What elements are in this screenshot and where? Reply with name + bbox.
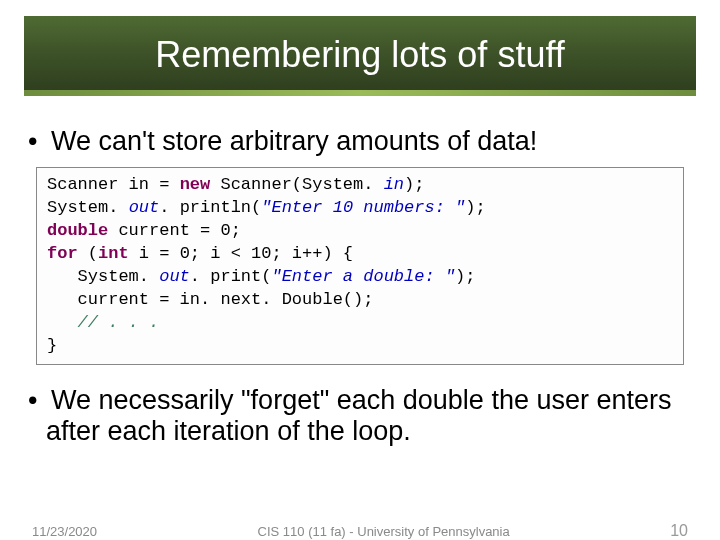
code-text: System. [47,267,159,286]
code-keyword: for [47,244,78,263]
footer-page-number: 10 [670,522,688,540]
code-text: Scanner(System. [210,175,383,194]
slide-title: Remembering lots of stuff [24,16,696,90]
code-text: ); [465,198,485,217]
code-text: current = 0; [108,221,241,240]
code-text: . println( [159,198,261,217]
code-text: ( [78,244,98,263]
code-field: out [159,267,190,286]
code-string: "Enter 10 numbers: " [261,198,465,217]
slide-body: We can't store arbitrary amounts of data… [0,98,720,447]
bullet-2: We necessarily "forget" each double the … [46,385,684,447]
code-text: } [47,336,57,355]
footer-date: 11/23/2020 [32,524,97,539]
code-comment: // . . . [47,313,159,332]
code-text: . print( [190,267,272,286]
code-field: in [384,175,404,194]
code-string: "Enter a double: " [271,267,455,286]
bullet-1: We can't store arbitrary amounts of data… [46,126,684,157]
code-text: ); [455,267,475,286]
code-keyword: double [47,221,108,240]
slide-footer: 11/23/2020 CIS 110 (11 fa) - University … [0,522,720,540]
footer-center: CIS 110 (11 fa) - University of Pennsylv… [97,524,670,539]
code-text: System. [47,198,129,217]
code-text: ); [404,175,424,194]
code-field: out [129,198,160,217]
code-text: current = in. next. Double(); [47,290,373,309]
slide: { "title": "Remembering lots of stuff", … [0,16,720,540]
code-text: i = 0; i < 10; i++) { [129,244,353,263]
code-block: Scanner in = new Scanner(System. in); Sy… [36,167,684,365]
code-text: Scanner in = [47,175,180,194]
code-keyword: new [180,175,211,194]
code-keyword: int [98,244,129,263]
